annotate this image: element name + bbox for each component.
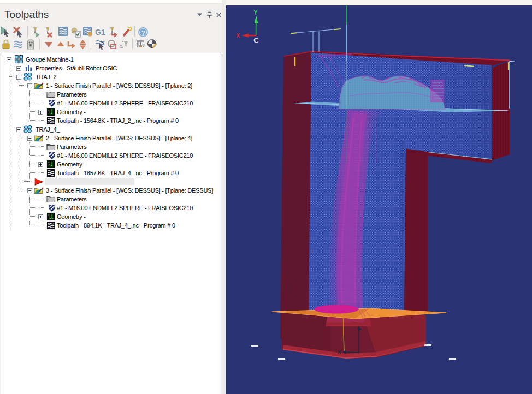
svg-text:C: C bbox=[253, 36, 258, 44]
svg-text:G1: G1 bbox=[95, 28, 105, 37]
svg-text:?: ? bbox=[141, 29, 145, 36]
svg-text:X: X bbox=[236, 32, 240, 39]
svg-text:Y: Y bbox=[253, 9, 258, 16]
svg-text:X: X bbox=[338, 349, 341, 355]
